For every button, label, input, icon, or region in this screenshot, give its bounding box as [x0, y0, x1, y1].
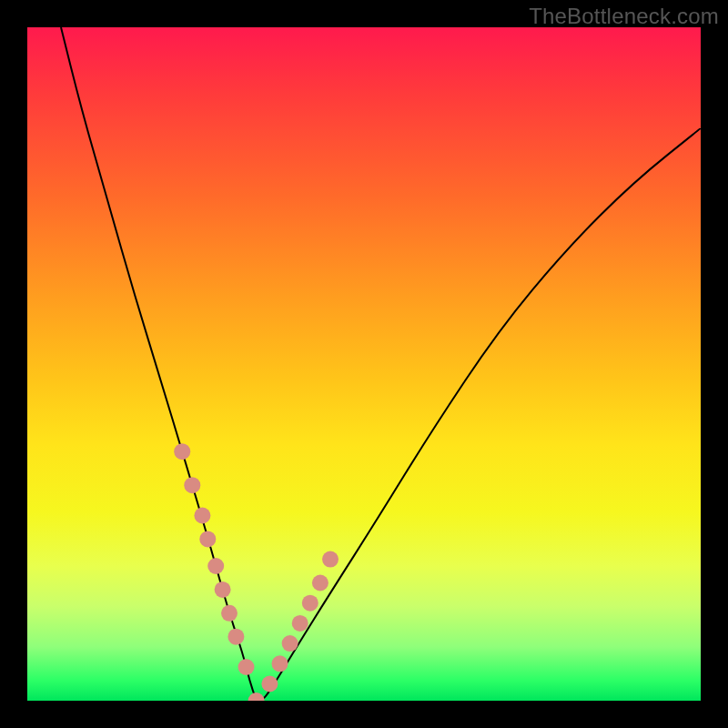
marker-point: [272, 655, 288, 672]
marker-point: [322, 551, 339, 568]
bottleneck-curve-line: [61, 27, 701, 701]
marker-point: [292, 615, 308, 632]
marker-point: [184, 477, 200, 493]
marker-point: [238, 659, 255, 675]
marker-point: [199, 531, 216, 547]
marker-point: [312, 575, 329, 592]
marker-point: [194, 508, 210, 524]
marker-point: [221, 605, 238, 622]
chart-frame: TheBottleneck.com: [0, 0, 728, 728]
marker-point: [248, 693, 265, 701]
plot-area: [27, 27, 701, 701]
chart-svg: [27, 27, 701, 701]
marker-point: [174, 443, 190, 460]
marker-group: [174, 443, 339, 701]
marker-point: [261, 676, 278, 693]
marker-point: [282, 635, 298, 652]
marker-point: [215, 581, 231, 598]
watermark-text: TheBottleneck.com: [529, 4, 719, 29]
marker-point: [302, 595, 318, 612]
marker-point: [207, 558, 224, 574]
marker-point: [228, 629, 244, 645]
